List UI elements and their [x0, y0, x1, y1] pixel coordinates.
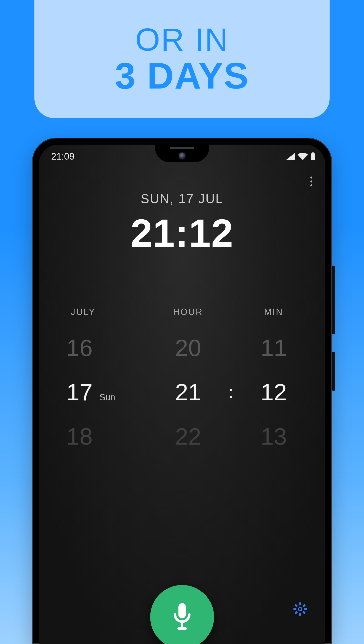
wifi-icon: [298, 153, 308, 160]
min-next[interactable]: 13: [237, 423, 310, 450]
hour-prev[interactable]: 20: [152, 334, 225, 361]
status-icons: [286, 153, 315, 160]
day-prev: 16: [54, 334, 152, 361]
status-bar: 21:09: [51, 151, 315, 162]
day-selected-num: 17: [66, 379, 93, 406]
statusbar-time: 21:09: [51, 151, 74, 162]
banner-line2: 3 DAYS: [115, 57, 249, 95]
svg-rect-4: [178, 627, 187, 630]
header-date: SUN, 17 JUL: [39, 191, 325, 206]
svg-rect-0: [312, 153, 314, 154]
label-min: MIN: [237, 307, 310, 317]
label-day: JULY: [54, 307, 152, 317]
hour-next[interactable]: 22: [152, 423, 225, 450]
battery-icon: [310, 153, 315, 160]
min-selected[interactable]: 12: [237, 379, 310, 406]
phone-frame: 21:09 SUN, 17 JUL 21:12 JULY HOUR MIN 16…: [32, 138, 332, 644]
banner-line1: OR IN: [135, 23, 229, 57]
microphone-icon: [171, 602, 193, 632]
day-next: 18: [54, 423, 152, 450]
svg-point-14: [299, 608, 301, 610]
time-colon: :: [225, 382, 237, 402]
datetime-header: SUN, 17 JUL 21:12: [39, 191, 325, 256]
svg-rect-3: [181, 622, 183, 628]
settings-button[interactable]: [292, 601, 308, 617]
datetime-picker[interactable]: JULY HOUR MIN 16 20 11 17 Sun 21 : 12 18…: [54, 307, 310, 450]
svg-rect-7: [299, 613, 301, 616]
earpiece: [170, 147, 194, 149]
svg-rect-10: [294, 604, 298, 607]
gear-icon: [293, 602, 307, 616]
svg-rect-1: [311, 154, 315, 160]
svg-rect-2: [178, 603, 186, 618]
screen: 21:09 SUN, 17 JUL 21:12 JULY HOUR MIN 16…: [39, 145, 325, 644]
day-selected[interactable]: 17 Sun: [54, 379, 152, 406]
voice-input-button[interactable]: [150, 585, 214, 644]
label-hour: HOUR: [152, 307, 225, 317]
svg-rect-13: [294, 611, 298, 614]
svg-rect-12: [302, 604, 306, 607]
promo-banner: OR IN 3 DAYS: [34, 0, 330, 118]
day-selected-dow: Sun: [100, 392, 115, 402]
signal-icon: [286, 153, 295, 160]
svg-rect-6: [299, 602, 301, 605]
more-vert-icon[interactable]: [304, 174, 319, 189]
hour-selected[interactable]: 21: [152, 379, 225, 406]
header-time: 21:12: [39, 211, 325, 256]
svg-rect-9: [304, 608, 307, 610]
svg-rect-11: [302, 611, 306, 614]
min-prev[interactable]: 11: [237, 334, 310, 361]
svg-rect-8: [294, 608, 296, 610]
